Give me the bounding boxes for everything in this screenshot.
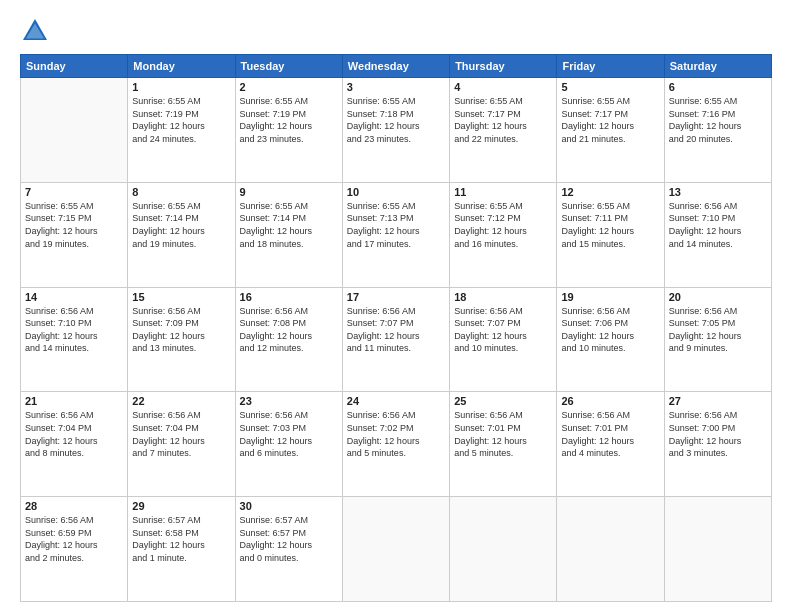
day-number: 26 — [561, 395, 659, 407]
calendar-day-header: Sunday — [21, 55, 128, 78]
calendar-cell: 25Sunrise: 6:56 AMSunset: 7:01 PMDayligh… — [450, 392, 557, 497]
calendar-cell: 24Sunrise: 6:56 AMSunset: 7:02 PMDayligh… — [342, 392, 449, 497]
calendar-day-header: Saturday — [664, 55, 771, 78]
day-info: Sunrise: 6:55 AMSunset: 7:11 PMDaylight:… — [561, 200, 659, 250]
calendar-cell: 19Sunrise: 6:56 AMSunset: 7:06 PMDayligh… — [557, 287, 664, 392]
day-info: Sunrise: 6:55 AMSunset: 7:12 PMDaylight:… — [454, 200, 552, 250]
day-number: 15 — [132, 291, 230, 303]
day-number: 29 — [132, 500, 230, 512]
day-info: Sunrise: 6:55 AMSunset: 7:14 PMDaylight:… — [132, 200, 230, 250]
day-info: Sunrise: 6:56 AMSunset: 7:00 PMDaylight:… — [669, 409, 767, 459]
calendar-week-row: 14Sunrise: 6:56 AMSunset: 7:10 PMDayligh… — [21, 287, 772, 392]
day-number: 28 — [25, 500, 123, 512]
day-number: 5 — [561, 81, 659, 93]
calendar-cell: 29Sunrise: 6:57 AMSunset: 6:58 PMDayligh… — [128, 497, 235, 602]
calendar-day-header: Tuesday — [235, 55, 342, 78]
calendar-cell: 6Sunrise: 6:55 AMSunset: 7:16 PMDaylight… — [664, 78, 771, 183]
logo — [20, 16, 54, 46]
calendar-cell: 16Sunrise: 6:56 AMSunset: 7:08 PMDayligh… — [235, 287, 342, 392]
calendar-cell: 1Sunrise: 6:55 AMSunset: 7:19 PMDaylight… — [128, 78, 235, 183]
day-info: Sunrise: 6:55 AMSunset: 7:14 PMDaylight:… — [240, 200, 338, 250]
day-number: 23 — [240, 395, 338, 407]
day-info: Sunrise: 6:56 AMSunset: 7:07 PMDaylight:… — [454, 305, 552, 355]
calendar-cell — [21, 78, 128, 183]
calendar-cell: 20Sunrise: 6:56 AMSunset: 7:05 PMDayligh… — [664, 287, 771, 392]
day-number: 20 — [669, 291, 767, 303]
header — [20, 16, 772, 46]
calendar-week-row: 7Sunrise: 6:55 AMSunset: 7:15 PMDaylight… — [21, 182, 772, 287]
day-info: Sunrise: 6:56 AMSunset: 7:04 PMDaylight:… — [25, 409, 123, 459]
calendar-cell: 26Sunrise: 6:56 AMSunset: 7:01 PMDayligh… — [557, 392, 664, 497]
day-info: Sunrise: 6:55 AMSunset: 7:17 PMDaylight:… — [454, 95, 552, 145]
calendar-header-row: SundayMondayTuesdayWednesdayThursdayFrid… — [21, 55, 772, 78]
day-number: 22 — [132, 395, 230, 407]
calendar-table: SundayMondayTuesdayWednesdayThursdayFrid… — [20, 54, 772, 602]
calendar-week-row: 1Sunrise: 6:55 AMSunset: 7:19 PMDaylight… — [21, 78, 772, 183]
calendar-cell: 14Sunrise: 6:56 AMSunset: 7:10 PMDayligh… — [21, 287, 128, 392]
day-info: Sunrise: 6:56 AMSunset: 7:10 PMDaylight:… — [669, 200, 767, 250]
calendar-day-header: Wednesday — [342, 55, 449, 78]
day-number: 30 — [240, 500, 338, 512]
day-info: Sunrise: 6:55 AMSunset: 7:19 PMDaylight:… — [240, 95, 338, 145]
day-number: 4 — [454, 81, 552, 93]
day-info: Sunrise: 6:56 AMSunset: 7:04 PMDaylight:… — [132, 409, 230, 459]
day-number: 14 — [25, 291, 123, 303]
day-info: Sunrise: 6:55 AMSunset: 7:13 PMDaylight:… — [347, 200, 445, 250]
calendar-cell — [450, 497, 557, 602]
day-number: 11 — [454, 186, 552, 198]
day-number: 3 — [347, 81, 445, 93]
day-number: 21 — [25, 395, 123, 407]
calendar-cell: 23Sunrise: 6:56 AMSunset: 7:03 PMDayligh… — [235, 392, 342, 497]
day-info: Sunrise: 6:56 AMSunset: 7:07 PMDaylight:… — [347, 305, 445, 355]
calendar-cell: 11Sunrise: 6:55 AMSunset: 7:12 PMDayligh… — [450, 182, 557, 287]
calendar-cell — [557, 497, 664, 602]
calendar-cell: 7Sunrise: 6:55 AMSunset: 7:15 PMDaylight… — [21, 182, 128, 287]
day-number: 17 — [347, 291, 445, 303]
day-number: 13 — [669, 186, 767, 198]
calendar-cell — [342, 497, 449, 602]
day-number: 8 — [132, 186, 230, 198]
day-number: 6 — [669, 81, 767, 93]
day-info: Sunrise: 6:57 AMSunset: 6:58 PMDaylight:… — [132, 514, 230, 564]
calendar-cell: 4Sunrise: 6:55 AMSunset: 7:17 PMDaylight… — [450, 78, 557, 183]
day-info: Sunrise: 6:56 AMSunset: 7:09 PMDaylight:… — [132, 305, 230, 355]
day-info: Sunrise: 6:56 AMSunset: 7:01 PMDaylight:… — [561, 409, 659, 459]
day-number: 10 — [347, 186, 445, 198]
day-info: Sunrise: 6:56 AMSunset: 6:59 PMDaylight:… — [25, 514, 123, 564]
day-info: Sunrise: 6:56 AMSunset: 7:10 PMDaylight:… — [25, 305, 123, 355]
day-number: 25 — [454, 395, 552, 407]
day-info: Sunrise: 6:55 AMSunset: 7:17 PMDaylight:… — [561, 95, 659, 145]
logo-icon — [20, 16, 50, 46]
calendar-cell: 8Sunrise: 6:55 AMSunset: 7:14 PMDaylight… — [128, 182, 235, 287]
day-info: Sunrise: 6:55 AMSunset: 7:15 PMDaylight:… — [25, 200, 123, 250]
calendar-cell: 12Sunrise: 6:55 AMSunset: 7:11 PMDayligh… — [557, 182, 664, 287]
day-number: 9 — [240, 186, 338, 198]
calendar-cell: 15Sunrise: 6:56 AMSunset: 7:09 PMDayligh… — [128, 287, 235, 392]
calendar-cell: 30Sunrise: 6:57 AMSunset: 6:57 PMDayligh… — [235, 497, 342, 602]
day-info: Sunrise: 6:57 AMSunset: 6:57 PMDaylight:… — [240, 514, 338, 564]
calendar-day-header: Friday — [557, 55, 664, 78]
calendar-cell: 9Sunrise: 6:55 AMSunset: 7:14 PMDaylight… — [235, 182, 342, 287]
day-number: 1 — [132, 81, 230, 93]
page: SundayMondayTuesdayWednesdayThursdayFrid… — [0, 0, 792, 612]
calendar-day-header: Monday — [128, 55, 235, 78]
day-info: Sunrise: 6:56 AMSunset: 7:05 PMDaylight:… — [669, 305, 767, 355]
calendar-cell: 22Sunrise: 6:56 AMSunset: 7:04 PMDayligh… — [128, 392, 235, 497]
calendar-cell: 21Sunrise: 6:56 AMSunset: 7:04 PMDayligh… — [21, 392, 128, 497]
day-info: Sunrise: 6:55 AMSunset: 7:18 PMDaylight:… — [347, 95, 445, 145]
calendar-cell: 17Sunrise: 6:56 AMSunset: 7:07 PMDayligh… — [342, 287, 449, 392]
day-number: 18 — [454, 291, 552, 303]
day-number: 24 — [347, 395, 445, 407]
calendar-cell: 28Sunrise: 6:56 AMSunset: 6:59 PMDayligh… — [21, 497, 128, 602]
calendar-week-row: 21Sunrise: 6:56 AMSunset: 7:04 PMDayligh… — [21, 392, 772, 497]
day-number: 27 — [669, 395, 767, 407]
day-number: 16 — [240, 291, 338, 303]
day-info: Sunrise: 6:55 AMSunset: 7:16 PMDaylight:… — [669, 95, 767, 145]
day-number: 12 — [561, 186, 659, 198]
day-number: 2 — [240, 81, 338, 93]
calendar-day-header: Thursday — [450, 55, 557, 78]
day-number: 19 — [561, 291, 659, 303]
day-info: Sunrise: 6:56 AMSunset: 7:03 PMDaylight:… — [240, 409, 338, 459]
day-info: Sunrise: 6:55 AMSunset: 7:19 PMDaylight:… — [132, 95, 230, 145]
calendar-cell: 2Sunrise: 6:55 AMSunset: 7:19 PMDaylight… — [235, 78, 342, 183]
